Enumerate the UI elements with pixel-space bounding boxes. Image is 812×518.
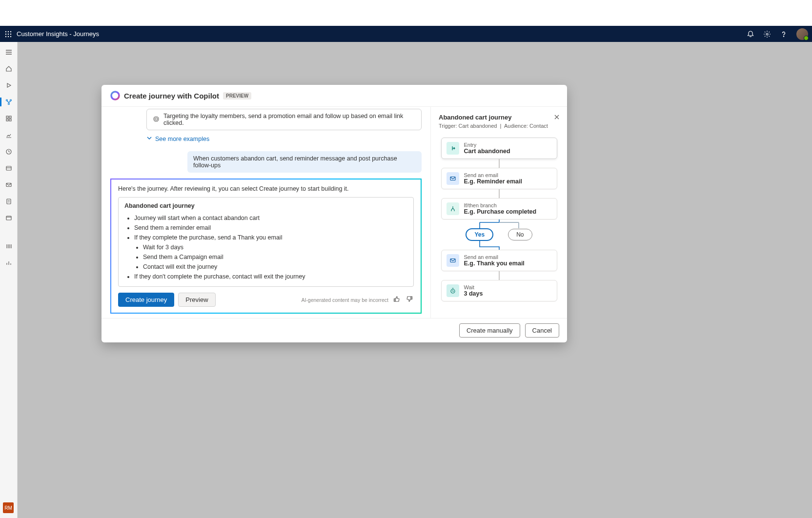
- summary-bullet: If they don't complete the purchase, con…: [134, 272, 407, 281]
- svg-point-0: [5, 31, 6, 32]
- create-manually-button[interactable]: Create manually: [459, 323, 520, 338]
- svg-point-1: [8, 31, 9, 32]
- svg-rect-16: [6, 119, 8, 121]
- svg-point-13: [8, 103, 9, 105]
- svg-point-9: [766, 33, 768, 35]
- rail-journeys-icon[interactable]: [0, 95, 18, 109]
- rail-analytics-icon[interactable]: [0, 128, 18, 142]
- modal-title: Create journey with Copilot: [124, 92, 219, 100]
- close-icon[interactable]: [553, 114, 560, 122]
- journey-preview-pane: Abandoned cart journey Trigger: Cart aba…: [430, 107, 567, 318]
- journey-node-email-thankyou[interactable]: Send an email E.g. Thank you email: [441, 250, 557, 271]
- svg-rect-21: [7, 199, 11, 204]
- branch-yes-pill[interactable]: Yes: [466, 228, 493, 241]
- summary-bullet: If they complete the purchase, send a Th…: [134, 233, 407, 272]
- svg-point-6: [5, 36, 6, 37]
- preview-button[interactable]: Preview: [178, 293, 215, 307]
- connector: [470, 241, 528, 250]
- topbar: Customer Insights - Journeys: [0, 26, 812, 42]
- ai-intro-text: Here's the journey. After reviewing it, …: [118, 185, 414, 192]
- journey-summary-box: Abandoned cart journey Journey will star…: [118, 197, 414, 287]
- preview-badge: PREVIEW: [223, 92, 251, 100]
- rail-hamburger-icon[interactable]: [0, 45, 18, 60]
- svg-point-12: [10, 100, 11, 101]
- target-icon: [153, 116, 160, 124]
- summary-sub-bullet: Wait for 3 days: [143, 242, 407, 252]
- rail-persona-badge[interactable]: RM: [3, 502, 14, 513]
- svg-point-4: [8, 33, 9, 34]
- connector: [499, 271, 500, 280]
- journey-node-email-reminder[interactable]: Send an email E.g. Reminder email: [441, 168, 557, 189]
- help-icon[interactable]: [780, 30, 788, 38]
- svg-point-11: [6, 100, 7, 101]
- svg-rect-19: [6, 166, 11, 170]
- svg-point-8: [10, 36, 11, 37]
- user-message-bubble: When customers abandon cart, send remind…: [187, 151, 422, 173]
- notifications-icon[interactable]: [747, 30, 754, 38]
- chevron-down-icon: [146, 135, 152, 142]
- mail-icon: [447, 172, 459, 185]
- branch-icon: [447, 202, 459, 215]
- modal-header: Create journey with Copilot PREVIEW: [102, 85, 567, 107]
- svg-point-2: [10, 31, 11, 32]
- thumbs-up-icon[interactable]: [392, 295, 401, 305]
- ai-disclaimer-text: AI-generated content may be incorrect: [301, 297, 388, 303]
- rail-chart-icon[interactable]: [0, 256, 18, 270]
- copilot-logo-icon: [110, 91, 120, 100]
- svg-point-10: [783, 36, 784, 36]
- journey-canvas: Entry Cart abandoned Send an email E.g. …: [439, 138, 559, 301]
- rail-clock-icon[interactable]: [0, 144, 18, 159]
- svg-point-24: [154, 117, 159, 121]
- journey-node-entry[interactable]: Entry Cart abandoned: [441, 138, 557, 159]
- svg-rect-22: [6, 216, 11, 220]
- svg-point-7: [8, 36, 9, 37]
- svg-rect-15: [9, 116, 11, 118]
- svg-point-5: [10, 33, 11, 34]
- rail-play-icon[interactable]: [0, 78, 18, 93]
- summary-bullet: Journey will start when a contact abando…: [134, 213, 407, 223]
- rail-window-icon[interactable]: [0, 211, 18, 225]
- conversation-pane: Targeting the loyalty members, send a pr…: [102, 107, 430, 318]
- svg-rect-17: [9, 119, 11, 121]
- svg-rect-14: [6, 116, 8, 118]
- svg-point-3: [5, 33, 6, 34]
- connector: [499, 159, 500, 168]
- create-journey-button[interactable]: Create journey: [118, 293, 174, 307]
- rail-form-icon[interactable]: [0, 194, 18, 209]
- mail-icon: [447, 254, 459, 267]
- cancel-button[interactable]: Cancel: [525, 323, 559, 338]
- summary-title: Abandoned cart journey: [124, 202, 407, 209]
- timer-icon: [447, 284, 459, 297]
- connector: [499, 189, 500, 198]
- copilot-modal: Create journey with Copilot PREVIEW Targ…: [102, 85, 567, 342]
- suggestion-chip[interactable]: Targeting the loyalty members, send a pr…: [146, 109, 422, 130]
- ai-response-card: Here's the journey. After reviewing it, …: [110, 179, 422, 314]
- left-nav-rail: RM: [0, 42, 18, 518]
- journey-meta: Trigger: Cart abandoned | Audience: Cont…: [439, 123, 559, 129]
- branch-connector: [470, 219, 528, 228]
- rail-library-icon[interactable]: [0, 239, 18, 254]
- summary-sub-bullet: Send them a Campaign email: [143, 252, 407, 262]
- svg-point-23: [111, 92, 119, 100]
- svg-point-25: [155, 118, 158, 120]
- branch-no-pill[interactable]: No: [508, 229, 532, 240]
- journey-node-branch[interactable]: If/then branch E.g. Purchase completed: [441, 198, 557, 219]
- rail-mail-icon[interactable]: [0, 178, 18, 192]
- app-launcher-icon[interactable]: [0, 31, 17, 38]
- thumbs-down-icon[interactable]: [405, 295, 414, 305]
- journey-node-wait[interactable]: Wait 3 days: [441, 280, 557, 301]
- rail-segments-icon[interactable]: [0, 111, 18, 126]
- suggestion-text: Targeting the loyalty members, send a pr…: [163, 113, 415, 126]
- journey-preview-title: Abandoned cart journey: [439, 114, 559, 121]
- settings-icon[interactable]: [763, 30, 771, 38]
- modal-footer: Create manually Cancel: [102, 318, 567, 342]
- branch-row: Yes No: [466, 228, 532, 241]
- summary-sub-bullet: Contact will exit the journey: [143, 262, 407, 272]
- summary-bullet: Send them a reminder email: [134, 223, 407, 233]
- entry-icon: [447, 142, 459, 155]
- see-more-examples-link[interactable]: See more examples: [146, 135, 209, 142]
- rail-home-icon[interactable]: [0, 61, 18, 76]
- rail-card-icon[interactable]: [0, 161, 18, 176]
- app-title: Customer Insights - Journeys: [17, 30, 99, 38]
- user-avatar[interactable]: [796, 28, 808, 40]
